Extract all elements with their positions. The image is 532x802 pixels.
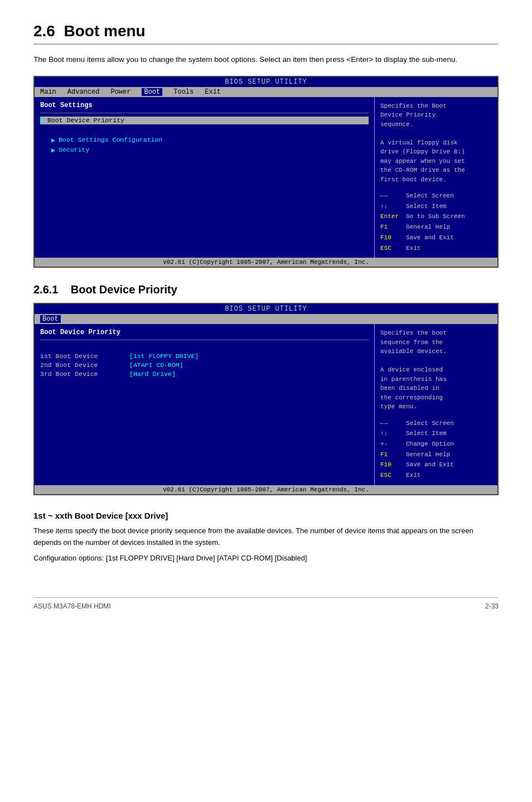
bios-content-1: Boot Settings ▶ Boot Device Priority ▶ B… [35, 97, 497, 258]
bios-key-help-2: ←→Select Screen ↑↓Select Item +-Change O… [380, 418, 492, 481]
bios-menubar-1: Main Advanced Power Boot Tools Exit [35, 87, 497, 97]
subsubsection-title: 1st ~ xxth Boot Device [xxx Drive] [33, 511, 499, 520]
menu-tools[interactable]: Tools [173, 88, 194, 96]
bios-right-1: Specifies the Boot Device Priority seque… [375, 97, 497, 258]
menu-boot-2[interactable]: Boot [40, 315, 61, 323]
bios-item-security[interactable]: ▶ Security [51, 146, 369, 154]
menu-advanced[interactable]: Advanced [67, 88, 100, 96]
section-number: 2.6 [33, 22, 55, 40]
item-label-1: Boot Settings Configuration [59, 136, 162, 143]
bios-right-text-2: Specifies the boot sequence from the ava… [380, 328, 492, 412]
item-label-2: Security [59, 146, 89, 153]
subsection-title-261: 2.6.1 Boot Device Priority [33, 283, 499, 296]
section-title: 2.6 Boot menu [33, 22, 499, 45]
arrow-icon-1: ▶ [40, 117, 44, 124]
menu-boot[interactable]: Boot [142, 88, 162, 96]
footer-left: ASUS M3A78-EMH HDMI [33, 602, 111, 610]
intro-text: The Boot menu items allow you to change … [33, 54, 499, 66]
bios-menubar-2: Boot [35, 314, 497, 324]
device-row-3: 3rd Boot Device [Hard Drive] [40, 370, 369, 378]
bios-item-boot-settings-config[interactable]: ▶ Boot Settings Configuration [51, 136, 369, 144]
bios-left-2: Boot Device Priority 1st Boot Device [1s… [35, 324, 375, 485]
arrow-icon-2: ▶ [51, 136, 55, 144]
bios-section-header-2: Boot Device Priority [40, 328, 369, 336]
section-name: Boot menu [64, 22, 146, 40]
bios-screen-2: BIOS SETUP UTILITY Boot Boot Device Prio… [33, 303, 499, 495]
menu-power[interactable]: Power [110, 88, 130, 96]
subsubsection-text-2: Configuration options: [1st FLOPPY DRIVE… [33, 552, 499, 564]
bios-footer-2: v02.61 (C)Copyright 1985-2007, American … [35, 485, 497, 494]
menu-exit[interactable]: Exit [205, 88, 221, 96]
bios-subitem-1: ▶ Boot Settings Configuration ▶ Security [51, 136, 369, 154]
bios-section-header-1: Boot Settings [40, 102, 369, 109]
page-footer: ASUS M3A78-EMH HDMI 2-33 [33, 597, 499, 610]
bios-key-help-1: ←→Select Screen ↑↓Select Item EnterGo to… [380, 191, 492, 253]
arrow-icon-3: ▶ [51, 146, 55, 154]
bios-left-1: Boot Settings ▶ Boot Device Priority ▶ B… [35, 97, 375, 258]
bios-footer-1: v02.61 (C)Copyright 1985-2007, American … [35, 258, 497, 267]
bios-right-2: Specifies the boot sequence from the ava… [375, 324, 497, 485]
subsection-261: 2.6.1 Boot Device Priority BIOS SETUP UT… [33, 283, 499, 564]
subsubsection-body: 1st ~ xxth Boot Device [xxx Drive] These… [33, 511, 499, 564]
bios-content-2: Boot Device Priority 1st Boot Device [1s… [35, 324, 497, 485]
bios-item-boot-device-priority[interactable]: ▶ Boot Device Priority [40, 117, 369, 124]
footer-right: 2-33 [485, 602, 499, 610]
subsubsection-text-1: These items specify the boot device prio… [33, 525, 499, 549]
bios-screen-1: BIOS SETUP UTILITY Main Advanced Power B… [33, 76, 499, 268]
bios-title-2: BIOS SETUP UTILITY [225, 305, 307, 313]
bios-right-text-1: Specifies the Boot Device Priority seque… [380, 102, 492, 185]
menu-main[interactable]: Main [40, 88, 56, 96]
bios-titlebar-2: BIOS SETUP UTILITY [35, 304, 497, 314]
device-row-2: 2nd Boot Device [ATAPI CD-ROM] [40, 361, 369, 369]
device-row-1: 1st Boot Device [1st FLOPPY DRIVE] [40, 352, 369, 360]
item-label-0: Boot Device Priority [47, 117, 124, 124]
bios-title-1: BIOS SETUP UTILITY [225, 78, 307, 86]
bios-titlebar-1: BIOS SETUP UTILITY [35, 77, 497, 87]
